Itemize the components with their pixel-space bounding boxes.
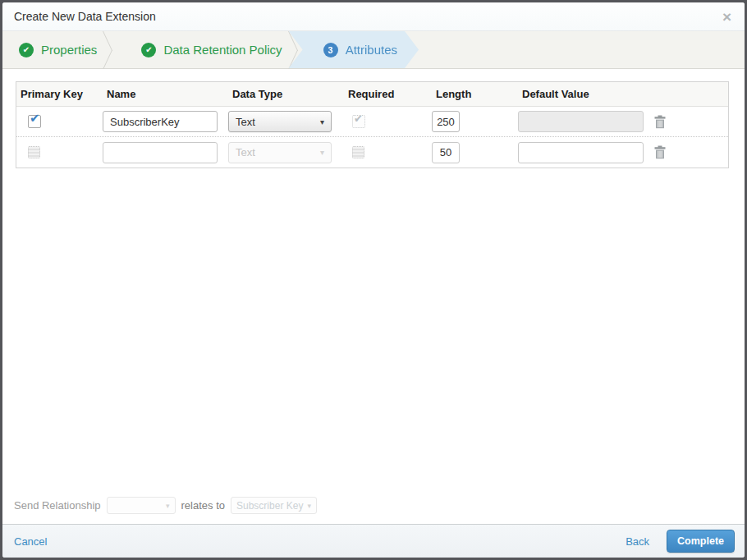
send-relationship-row: Send Relationship ▾ relates to Subscribe… (14, 497, 317, 514)
col-header-primary-key: Primary Key (16, 88, 103, 100)
table-row: ✔ Text ▾ ✔ (16, 107, 728, 137)
wizard-steps-bar: ✔ Properties ✔ Data Retention Policy 3 A… (2, 31, 745, 69)
modal-footer: Cancel Back Complete (2, 524, 745, 558)
trash-icon (653, 145, 667, 159)
check-circle-icon: ✔ (141, 43, 156, 57)
name-input[interactable] (103, 142, 218, 163)
chevron-down-icon: ▾ (307, 502, 311, 510)
length-input[interactable] (432, 142, 460, 163)
check-icon: ✔ (354, 112, 363, 125)
modal-title-bar: Create New Data Extension × (2, 2, 745, 31)
delete-row-button[interactable] (652, 144, 668, 161)
attributes-table: Primary Key Name Data Type Required Leng… (16, 81, 729, 168)
length-input[interactable] (432, 111, 460, 132)
complete-button[interactable]: Complete (667, 530, 735, 553)
step-data-retention-policy[interactable]: ✔ Data Retention Policy (125, 31, 309, 68)
table-header-row: Primary Key Name Data Type Required Leng… (16, 82, 728, 107)
cancel-link[interactable]: Cancel (14, 535, 47, 548)
step-label: Attributes (346, 43, 397, 57)
trash-icon (653, 115, 667, 129)
primary-key-checkbox[interactable]: ✔ (28, 115, 41, 128)
name-input[interactable] (103, 111, 218, 132)
default-value-input[interactable] (518, 142, 644, 163)
step-number-icon: 3 (323, 43, 338, 57)
attributes-content: Primary Key Name Data Type Required Leng… (2, 69, 745, 524)
step-label: Properties (41, 43, 97, 57)
col-header-default-value: Default Value (518, 88, 652, 100)
subscriber-key-value: Subscriber Key (236, 500, 303, 512)
chevron-down-icon: ▾ (166, 502, 170, 510)
step-label: Data Retention Policy (163, 43, 282, 57)
chevron-down-icon: ▾ (320, 117, 324, 126)
send-relationship-label: Send Relationship (14, 499, 101, 512)
check-circle-icon: ✔ (19, 43, 34, 57)
col-header-data-type: Data Type (228, 88, 344, 100)
relates-to-label: relates to (181, 499, 225, 512)
data-type-value: Text (236, 116, 255, 128)
col-header-length: Length (432, 88, 518, 100)
step-properties[interactable]: ✔ Properties (2, 31, 125, 68)
data-type-value: Text (236, 146, 255, 158)
delete-row-button[interactable] (652, 113, 668, 131)
send-relationship-field-select[interactable]: ▾ (107, 497, 176, 514)
check-icon: ✔ (30, 111, 40, 126)
table-row: Text ▾ (16, 137, 728, 168)
default-value-input (518, 111, 644, 132)
back-link[interactable]: Back (626, 535, 649, 548)
col-header-name: Name (103, 88, 228, 100)
modal-title: Create New Data Extension (14, 10, 156, 23)
data-type-select: Text ▾ (228, 142, 332, 163)
col-header-required: Required (344, 88, 432, 100)
primary-key-checkbox[interactable] (28, 146, 40, 158)
create-data-extension-modal: Create New Data Extension × ✔ Properties… (0, 0, 747, 560)
close-icon[interactable]: × (721, 9, 733, 25)
data-type-select[interactable]: Text ▾ (228, 111, 332, 132)
required-checkbox: ✔ (352, 115, 365, 128)
required-checkbox[interactable] (352, 146, 364, 158)
step-attributes[interactable]: 3 Attributes (289, 31, 419, 68)
subscriber-key-select[interactable]: Subscriber Key ▾ (231, 497, 317, 514)
chevron-down-icon: ▾ (320, 148, 324, 157)
